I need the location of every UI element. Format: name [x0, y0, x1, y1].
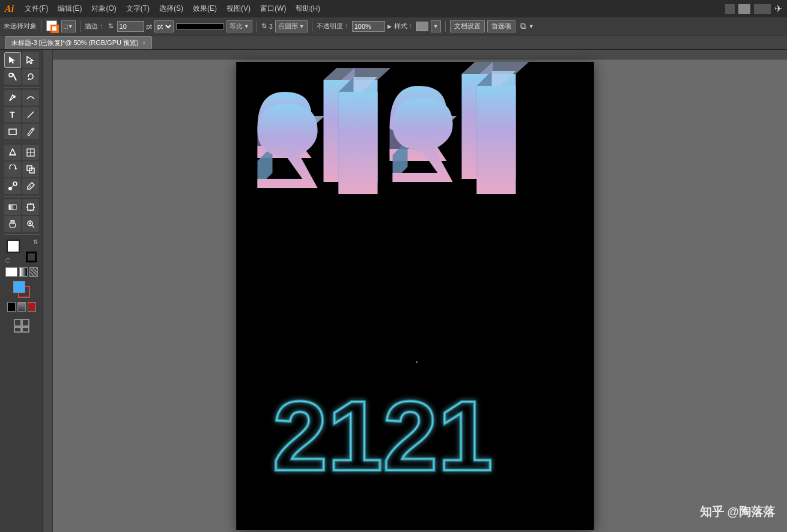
svg-rect-6 [9, 129, 16, 135]
menu-help[interactable]: 帮助(H) [292, 2, 324, 15]
blend-row [4, 178, 39, 194]
none-color-btn[interactable] [29, 267, 38, 277]
doc-settings-button[interactable]: 文档设置 [450, 20, 485, 32]
paintbucket-tool[interactable] [4, 145, 21, 160]
menu-effect[interactable]: 效果(E) [189, 2, 220, 15]
svg-text:2121: 2121 [273, 381, 493, 491]
pen-tool[interactable] [4, 90, 21, 106]
black-box[interactable] [7, 302, 16, 312]
divider-2 [80, 21, 81, 32]
points-type-select[interactable]: 点圆形 ▼ [275, 20, 308, 32]
stroke-width-input[interactable] [117, 21, 144, 32]
separator-2 [4, 142, 40, 142]
rect-tool[interactable] [4, 124, 21, 139]
document-tab[interactable]: 未标题-3 [已恢复]*@ 50% (RGB/GPU 预览) × [5, 36, 152, 49]
stroke-label: 描边： [85, 22, 105, 31]
svg-marker-0 [9, 56, 15, 64]
separator-1 [4, 87, 40, 88]
opacity-label: 不透明度： [317, 22, 350, 31]
direct-select-tool[interactable] [22, 52, 39, 68]
style-select[interactable]: ▼ [431, 20, 441, 32]
line-segment-tool[interactable] [22, 107, 39, 122]
type-tool[interactable]: T [4, 107, 21, 122]
arrange-arrow: ▼ [529, 23, 534, 29]
workspace-icon [754, 4, 771, 14]
zoom-tool[interactable] [22, 216, 39, 232]
tab-close-button[interactable]: × [142, 40, 146, 46]
opacity-input[interactable] [352, 21, 385, 32]
menu-object[interactable]: 对象(O) [88, 2, 120, 15]
mesh-tool[interactable] [22, 145, 39, 160]
artboard-tool[interactable] [22, 199, 39, 215]
options-bar: 未选择对象 □ ▼ 描边： ⇅ pt pt 等比 ▼ ⇅ 3 点圆形 ▼ 不透明… [0, 17, 787, 35]
stroke-preview [176, 23, 224, 29]
gradient-btn[interactable] [19, 267, 28, 277]
svg-point-3 [9, 73, 13, 77]
stroke-unit: pt [147, 23, 152, 30]
extra-color-row [7, 302, 36, 312]
solid-color-btn[interactable] [5, 267, 17, 277]
canvas-area[interactable]: 0 [43, 50, 787, 532]
color-mode-row [5, 267, 38, 277]
arrange-icon: ⧉ [520, 21, 526, 31]
menu-window[interactable]: 窗口(W) [257, 2, 290, 15]
svg-rect-30 [14, 327, 21, 332]
eyedropper-tool[interactable] [22, 178, 39, 194]
hand-zoom-row [4, 216, 39, 232]
paint-row [4, 145, 39, 160]
svg-rect-31 [22, 327, 29, 332]
divider-3 [257, 21, 257, 32]
magic-wand-tool[interactable] [4, 69, 21, 85]
svg-rect-19 [28, 204, 34, 210]
equal-ratio-select[interactable]: 等比 ▼ [226, 20, 252, 32]
rotate-tool[interactable] [4, 162, 21, 177]
ruler-top: 0 [43, 50, 787, 59]
no-selection-label: 未选择对象 [4, 22, 37, 31]
fill-color-box[interactable] [7, 240, 20, 253]
rect-row [4, 124, 39, 139]
gradient-tool[interactable] [4, 199, 21, 215]
default-colors-icon[interactable]: ⬡ [5, 257, 11, 264]
menu-select[interactable]: 选择(S) [156, 2, 187, 15]
up-down-arrows: ⇅ [108, 22, 114, 30]
svg-line-17 [29, 186, 31, 188]
blend-tool[interactable] [4, 178, 21, 194]
preferences-button[interactable]: 首选项 [487, 20, 515, 32]
menu-view[interactable]: 视图(V) [223, 2, 254, 15]
menu-type[interactable]: 文字(T) [123, 2, 153, 15]
panel-icon [725, 4, 735, 14]
svg-line-5 [28, 112, 34, 118]
watermark: 知乎 @陶落落 [700, 504, 775, 520]
separator-4 [4, 234, 40, 235]
curvature-tool[interactable] [22, 90, 39, 106]
pencil-tool[interactable] [22, 124, 39, 139]
select-tool-row [4, 52, 39, 68]
stroke-color-indicator[interactable] [26, 252, 37, 262]
main-area: T [0, 50, 787, 532]
up-down-arrows-2: ⇅ [261, 22, 267, 30]
svg-rect-34 [43, 50, 53, 532]
stroke-color-box[interactable] [46, 20, 59, 33]
stroke-unit-select[interactable]: pt [154, 20, 174, 32]
select-tool[interactable] [4, 52, 21, 68]
lasso-tool[interactable] [22, 69, 39, 85]
menu-file[interactable]: 文件(F) [21, 2, 52, 15]
svg-marker-1 [27, 56, 33, 64]
red-x-box[interactable] [28, 302, 36, 312]
svg-line-25 [32, 225, 34, 228]
artboard-nav-tool[interactable] [13, 318, 31, 333]
color-stack [13, 281, 30, 298]
menu-edit[interactable]: 编辑(E) [54, 2, 85, 15]
style-preview [416, 22, 428, 31]
stroke-mode-selector[interactable]: □ ▼ [61, 20, 76, 32]
svg-point-59 [416, 361, 418, 363]
scale-tool[interactable] [22, 162, 39, 177]
swap-colors-icon[interactable]: ⇅ [33, 238, 38, 245]
ai-logo: Ai [5, 4, 14, 14]
gradient-row [4, 199, 39, 215]
toolbox: T [0, 50, 43, 532]
svg-point-4 [13, 95, 16, 98]
grad-box[interactable] [17, 302, 26, 312]
hand-tool[interactable] [4, 216, 21, 232]
blue-fill-box[interactable] [13, 281, 25, 293]
